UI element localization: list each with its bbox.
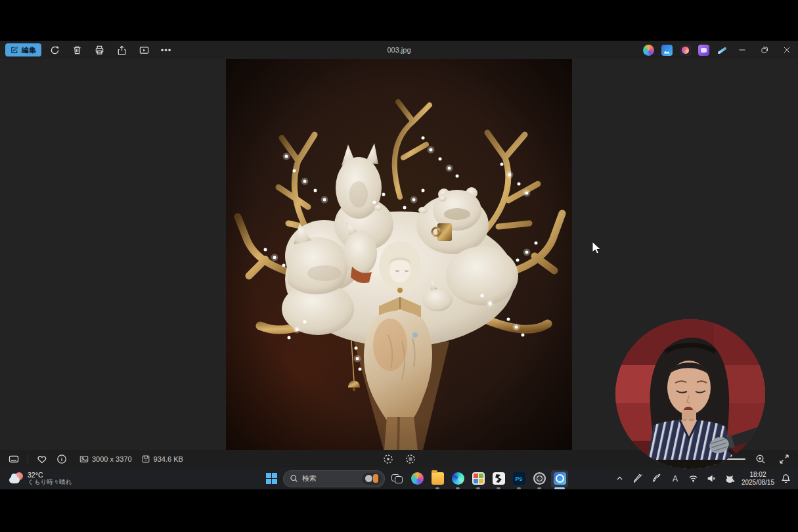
photoshop-icon: Ps xyxy=(513,472,525,485)
window-title: 003.jpg xyxy=(387,41,410,59)
weather-condition: くもり時々晴れ xyxy=(28,479,72,485)
taskbar-zbrush[interactable] xyxy=(490,470,507,487)
weather-icon xyxy=(9,472,24,486)
favorite-button[interactable] xyxy=(33,452,51,466)
tray-overflow-chevron[interactable] xyxy=(611,470,629,487)
mouse-cursor xyxy=(592,242,602,257)
filesize-value: 934.6 KB xyxy=(154,455,183,463)
image-edit-icon[interactable] xyxy=(661,45,673,56)
taskbar-photoshop[interactable]: Ps xyxy=(510,470,527,487)
edit-pencil-icon xyxy=(11,46,18,54)
screen-record-app-icon xyxy=(533,472,546,485)
zoom-in-button[interactable] xyxy=(752,452,769,466)
fullscreen-button[interactable] xyxy=(776,452,793,466)
volume-muted-icon[interactable] xyxy=(703,470,720,487)
ime-mode-indicator[interactable]: A xyxy=(667,470,684,487)
webcam-overlay xyxy=(615,319,765,469)
clock[interactable]: 18:02 2025/08/15 xyxy=(740,470,776,487)
windows-taskbar: 32°C くもり時々晴れ 検索 xyxy=(0,468,798,489)
info-button[interactable] xyxy=(53,452,70,466)
slideshow-button[interactable] xyxy=(135,43,153,57)
search-highlight-image[interactable] xyxy=(362,473,382,485)
photos-toolbar: 編集 xyxy=(0,43,175,57)
more-options-button[interactable]: ••• xyxy=(157,43,175,57)
notification-bell-icon[interactable] xyxy=(777,470,794,487)
system-tray: A 18:02 2025 xyxy=(611,468,794,489)
task-view-button[interactable] xyxy=(388,470,405,487)
search-box[interactable]: 検索 xyxy=(283,470,385,487)
screen: 編集 xyxy=(0,0,798,532)
clipchamp-icon[interactable] xyxy=(698,45,709,56)
edit-button[interactable]: 編集 xyxy=(5,43,41,56)
taskbar-photos-active[interactable] xyxy=(551,470,568,487)
taskbar-file-explorer[interactable] xyxy=(429,470,446,487)
paint-icon[interactable] xyxy=(680,45,691,56)
task-view-icon xyxy=(391,474,403,483)
tray-pen-icon[interactable] xyxy=(630,470,647,487)
taskbar-store[interactable] xyxy=(470,470,487,487)
titlebar-right xyxy=(639,41,798,59)
start-button[interactable] xyxy=(263,470,280,487)
video-frame: 編集 xyxy=(0,41,798,489)
edit-button-label: 編集 xyxy=(22,45,36,55)
dimensions-meta: 3000 x 3370 xyxy=(79,454,132,464)
presenter-video xyxy=(615,319,765,469)
zbrush-icon xyxy=(493,472,505,485)
wifi-icon[interactable] xyxy=(685,470,702,487)
filmstrip-toggle-button[interactable] xyxy=(5,452,22,466)
restore-button[interactable] xyxy=(753,41,776,59)
search-icon xyxy=(290,474,298,483)
tray-stylus-icon[interactable] xyxy=(648,470,665,487)
photo-003jpg[interactable] xyxy=(226,59,572,450)
windows-logo-icon xyxy=(266,473,277,484)
share-button[interactable] xyxy=(112,43,131,57)
taskbar-recorder[interactable] xyxy=(531,470,548,487)
filesize-meta: 934.6 KB xyxy=(141,454,183,464)
divider xyxy=(28,454,28,464)
edge-browser-icon xyxy=(452,472,464,485)
designer-icon[interactable] xyxy=(717,45,728,56)
taskbar-edge[interactable] xyxy=(449,470,466,487)
dimensions-icon xyxy=(79,454,89,464)
clock-date: 2025/08/15 xyxy=(742,479,774,487)
delete-button[interactable] xyxy=(68,43,86,57)
rotate-button[interactable] xyxy=(45,43,64,57)
file-explorer-icon xyxy=(432,472,444,485)
photos-title-bar: 編集 xyxy=(0,41,798,59)
taskbar-copilot[interactable] xyxy=(409,470,426,487)
microsoft-store-icon xyxy=(472,472,485,485)
print-button[interactable] xyxy=(90,43,108,57)
copilot-icon[interactable] xyxy=(643,45,654,56)
close-button[interactable] xyxy=(776,41,798,59)
actual-size-button[interactable] xyxy=(402,452,419,466)
copilot-app-icon xyxy=(411,472,424,485)
dimensions-value: 3000 x 3370 xyxy=(92,455,132,463)
zoom-to-fit-button[interactable] xyxy=(380,452,397,466)
ellipsis-icon: ••• xyxy=(161,45,172,55)
search-label: 検索 xyxy=(302,474,358,483)
minimize-button[interactable] xyxy=(731,41,753,59)
filesize-icon xyxy=(141,454,150,464)
clock-time: 18:02 xyxy=(749,471,766,479)
photos-app-icon xyxy=(554,472,566,485)
tray-app-cat-icon[interactable] xyxy=(722,470,739,487)
weather-widget[interactable]: 32°C くもり時々晴れ xyxy=(5,468,76,489)
